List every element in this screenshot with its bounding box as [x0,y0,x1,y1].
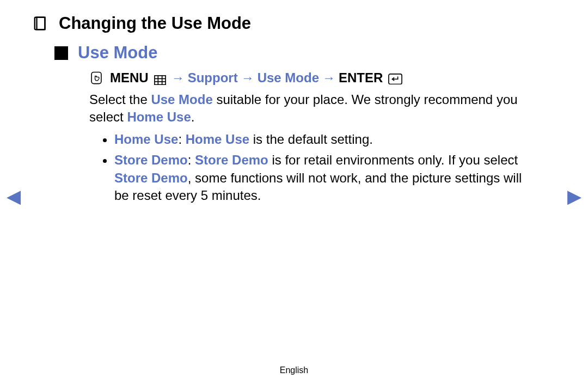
options-list: Home Use: Home Use is the default settin… [89,131,534,205]
next-page-arrow[interactable]: ▶ [567,185,581,207]
list-item: Store Demo: Store Demo is for retail env… [114,151,534,204]
list-item: Home Use: Home Use is the default settin… [114,131,534,148]
text: is the default setting. [249,132,373,147]
menu-grid-icon [154,73,166,83]
text: . [191,109,195,124]
prev-page-arrow[interactable]: ◀ [7,185,21,207]
highlight-use-mode: Use Mode [151,92,212,107]
highlight: Store Demo [114,170,188,185]
highlight: Home Use [114,132,178,147]
text: : [178,132,185,147]
svg-rect-2 [91,72,101,83]
nav-menu-label: MENU [110,70,149,86]
page-title-row: Changing the Use Mode [33,14,555,33]
text: Select the [89,92,151,107]
nav-arrow-2: → [241,70,254,86]
section-heading-row: Use Mode [54,43,555,63]
svg-rect-3 [155,76,166,84]
book-icon [33,15,49,32]
svg-rect-1 [37,17,45,30]
highlight: Home Use [186,132,249,147]
nav-arrow-1: → [171,70,185,86]
intro-paragraph: Select the Use Mode suitable for your pl… [89,91,534,126]
text: : [188,153,195,167]
menu-navigation-path: MENU → Support → Use Mode → ENTER [89,70,534,86]
enter-return-icon [388,72,402,83]
page-title: Changing the Use Mode [59,14,251,33]
highlight-home-use: Home Use [127,109,191,124]
remote-hand-icon [89,71,103,85]
text: is for retail environments only. If you … [268,153,518,167]
highlight: Store Demo [195,153,268,167]
nav-arrow-3: → [322,70,335,86]
section-title: Use Mode [78,43,157,63]
nav-enter-label: ENTER [339,70,383,86]
nav-path-usemode: Use Mode [258,70,319,86]
highlight: Store Demo [114,153,188,167]
footer-language: English [0,365,588,375]
square-bullet-icon [54,46,68,60]
nav-path-support: Support [188,70,238,86]
